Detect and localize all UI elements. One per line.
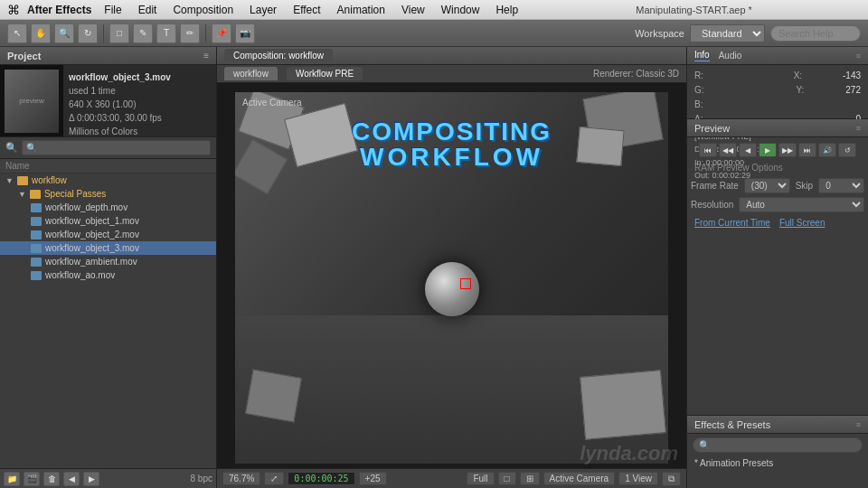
toolbar: ↖ ✋ 🔍 ↻ □ ✎ T ✏ 📌 📷 Workspace Standard <box>0 20 868 47</box>
help-menu[interactable]: Help <box>488 2 525 18</box>
effect-menu[interactable]: Effect <box>286 2 327 18</box>
project-panel: Project ≡ preview workflow_object_3.mov … <box>0 47 217 488</box>
view-menu[interactable]: View <box>394 2 432 18</box>
project-preview: preview workflow_object_3.mov used 1 tim… <box>0 65 216 137</box>
tool-pen[interactable]: ✎ <box>133 23 153 43</box>
list-item[interactable]: workflow_ambient.mov <box>0 255 216 268</box>
effects-menu-icon[interactable]: ≡ <box>856 420 861 429</box>
effects-panel-header: Effects & Presets ≡ <box>687 416 868 434</box>
from-current-time-link[interactable]: From Current Time <box>694 218 770 228</box>
compositing-text: COMPOSITING WORKFLOW <box>352 119 552 170</box>
workspace-dropdown[interactable]: Standard <box>690 24 765 42</box>
animation-menu[interactable]: Animation <box>330 2 392 18</box>
view-count[interactable]: 1 View <box>618 472 658 485</box>
list-item[interactable]: ▼ workflow <box>0 174 216 187</box>
file-menu[interactable]: File <box>97 2 128 18</box>
window-menu[interactable]: Window <box>434 2 487 18</box>
preview-audio-scrub[interactable]: 🔊 <box>818 143 836 157</box>
list-item[interactable]: workflow_ao.mov <box>0 268 216 282</box>
skip-select[interactable]: 0 <box>818 178 864 193</box>
delete-button[interactable]: 🗑 <box>43 472 60 486</box>
transparency-toggle[interactable]: ⊞ <box>520 472 540 485</box>
resolution-row: Resolution Auto <box>691 197 864 212</box>
separator-1 <box>103 24 104 42</box>
comp-tab-workflow-pre[interactable]: Workflow PRE <box>287 67 363 80</box>
selection-indicator <box>460 278 471 289</box>
tool-hand[interactable]: ✋ <box>31 23 51 43</box>
preview-back[interactable]: ◀ <box>739 143 757 157</box>
preview-forward[interactable]: ▶▶ <box>778 143 797 157</box>
timecode-display[interactable]: 0:00:00:25 <box>288 472 354 485</box>
viewer-controls-bar: 76.7% ⤢ 0:00:00:25 +25 Full □ ⊞ Active C… <box>217 468 686 488</box>
project-filename: workflow_object_3.mov <box>69 70 171 84</box>
layer-menu[interactable]: Layer <box>242 2 284 18</box>
tool-zoom[interactable]: 🔍 <box>54 23 74 43</box>
separator-2 <box>205 24 206 42</box>
resolution-select[interactable]: Auto <box>739 197 864 212</box>
panel-menu-icon[interactable]: ≡ <box>856 52 861 61</box>
preview-controls: ⏮ ◀◀ ◀ ▶ ▶▶ ⏭ 🔊 ↺ RAM Preview Options Fr… <box>687 137 868 235</box>
info-tab-audio[interactable]: Audio <box>719 51 742 61</box>
project-search-bar: 🔍 <box>0 137 216 159</box>
list-item[interactable]: workflow_depth.mov <box>0 201 216 214</box>
search-help-input[interactable] <box>770 25 861 42</box>
frame-advance[interactable]: +25 <box>359 472 387 485</box>
comp-tab-workflow[interactable]: workflow <box>224 67 278 80</box>
app-name-label: After Effects <box>27 4 91 16</box>
composition-menu[interactable]: Composition <box>165 2 241 18</box>
preview-loop[interactable]: ↺ <box>838 143 856 157</box>
full-screen-link[interactable]: Full Screen <box>779 218 826 228</box>
tool-shape[interactable]: □ <box>109 23 129 43</box>
cube-fragment <box>576 127 624 166</box>
cube-fragment <box>245 370 302 423</box>
preview-last-frame[interactable]: ⏭ <box>798 143 816 157</box>
preview-step-back[interactable]: ◀◀ <box>719 143 737 157</box>
search-icon: 🔍 <box>5 142 18 154</box>
x-label: X: <box>794 69 802 83</box>
project-panel-close[interactable]: ≡ <box>203 51 209 61</box>
frame-rate-label: Frame Rate <box>691 181 739 191</box>
next-nav[interactable]: ▶ <box>83 472 99 486</box>
animation-presets-item[interactable]: * Animation Presets <box>687 456 868 470</box>
list-item[interactable]: workflow_object_3.mov <box>0 241 216 255</box>
comp-panel-title: Composition: workflow <box>224 49 333 62</box>
camera-control[interactable]: Active Camera <box>543 472 616 485</box>
list-item[interactable]: ▼ Special Passes <box>0 187 216 201</box>
prev-nav[interactable]: ◀ <box>63 472 80 486</box>
preview-first-frame[interactable]: ⏮ <box>699 143 717 157</box>
resolution-control[interactable]: Full <box>467 472 494 485</box>
effects-search-input[interactable] <box>693 437 863 453</box>
region-of-interest[interactable]: □ <box>498 472 516 485</box>
new-comp-button[interactable]: 🎬 <box>24 472 40 486</box>
project-panel-title: Project <box>7 51 41 61</box>
tool-select[interactable]: ↖ <box>7 23 27 43</box>
viewer-canvas[interactable]: COMPOSITING WORKFLOW Active Camera <box>217 83 686 468</box>
skip-label: Skip <box>796 181 813 191</box>
new-folder-button[interactable]: 📁 <box>4 472 20 486</box>
info-tab-info[interactable]: Info <box>694 50 710 61</box>
info-row-g: G: Y: 272 <box>694 83 861 98</box>
resolution-label: Resolution <box>691 200 733 210</box>
compositing-line2: WORKFLOW <box>352 145 552 170</box>
tool-brush[interactable]: ✏ <box>180 23 200 43</box>
list-item[interactable]: workflow_object_1.mov <box>0 214 216 228</box>
menu-bar: ⌘ After Effects File Edit Composition La… <box>0 0 868 20</box>
composition-viewer-panel: Composition: workflow workflow Workflow … <box>217 47 687 488</box>
apple-menu-icon[interactable]: ⌘ <box>7 3 20 17</box>
preview-menu-icon[interactable]: ≡ <box>856 124 861 133</box>
preview-play[interactable]: ▶ <box>759 143 777 157</box>
render-toggle[interactable]: ⧉ <box>662 472 681 486</box>
tool-pin[interactable]: 📌 <box>212 23 231 43</box>
project-panel-header: Project ≡ <box>0 47 216 65</box>
zoom-control[interactable]: 76.7% <box>222 472 260 485</box>
tool-camera[interactable]: 📷 <box>235 23 255 43</box>
project-search-input[interactable] <box>22 140 211 155</box>
g-label: G: <box>694 83 704 98</box>
fit-button[interactable]: ⤢ <box>264 472 284 485</box>
tool-text[interactable]: T <box>156 23 176 43</box>
bpc-label: 8 bpc <box>191 474 212 483</box>
list-item[interactable]: workflow_object_2.mov <box>0 228 216 241</box>
frame-rate-select[interactable]: (30) <box>744 178 790 193</box>
edit-menu[interactable]: Edit <box>131 2 165 18</box>
tool-rotate[interactable]: ↻ <box>78 23 98 43</box>
